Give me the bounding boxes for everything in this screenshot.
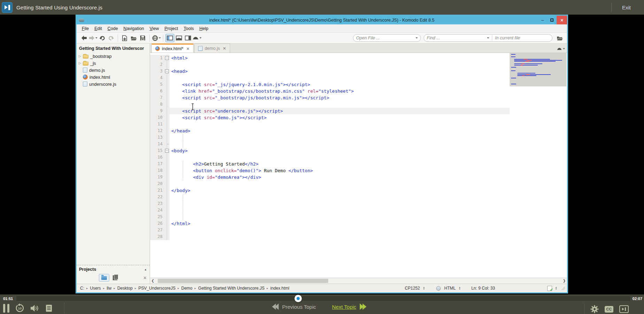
maximize-button[interactable] [547, 16, 557, 24]
forward-button[interactable] [88, 34, 97, 42]
volume-button[interactable] [30, 304, 39, 312]
toggle-left-pane-button[interactable] [165, 34, 174, 42]
seek-bar[interactable] [16, 296, 630, 301]
code-line-13[interactable]: 13 [150, 134, 510, 141]
settings-gear-icon[interactable] [590, 305, 599, 313]
scroll-left-arrow[interactable]: ❮ [150, 278, 156, 284]
code-line-8[interactable]: 8 [150, 101, 510, 108]
undo-button[interactable] [97, 34, 107, 42]
new-file-button[interactable] [120, 34, 129, 42]
preview-in-browser-button[interactable] [152, 34, 161, 42]
code-line-5[interactable]: 5 <script src="_js/jquery-2.1.0.min.js">… [150, 81, 510, 88]
fold-marker[interactable]: – [165, 56, 169, 60]
breadcrumb-item[interactable]: llw [107, 286, 111, 291]
code-line-22[interactable]: 22 [150, 194, 510, 200]
minimize-button[interactable]: – [538, 16, 547, 24]
tab-index-html[interactable]: index.html* ✕ [151, 44, 194, 53]
toggle-bottom-pane-button[interactable] [174, 34, 183, 42]
code-line-9[interactable]: 9 <script src="underscore.js"></script> [150, 108, 510, 114]
code-line-28[interactable]: 28 [150, 233, 510, 240]
code-line-26[interactable]: 26</html> [150, 220, 510, 227]
breadcrumb-item[interactable]: PSV_UnderscoreJS [139, 286, 176, 291]
breadcrumb-item[interactable]: Desktop [117, 286, 133, 291]
code-line-25[interactable]: 25 [150, 214, 510, 220]
menu-file[interactable]: File [79, 25, 91, 32]
editor-pane[interactable]: 1–<html>23–<head>45 <script src="_js/jqu… [150, 53, 567, 278]
rewind-10-button[interactable]: 10 [15, 303, 25, 313]
code-line-3[interactable]: 3–<head> [150, 68, 510, 75]
code-line-23[interactable]: 23 [150, 200, 510, 207]
code-line-19[interactable]: 19 <div id="demoArea"></div> [150, 174, 510, 181]
menu-code[interactable]: Code [105, 25, 120, 32]
code-line-18[interactable]: 18 <button onclick="demo()"> Run Demo </… [150, 167, 510, 174]
window-title-bar[interactable]: index.html* (C:\Users\llw\Desktop\PSV_Un… [77, 16, 567, 24]
code-line-4[interactable]: 4 [150, 75, 510, 81]
browse-folder-button[interactable] [555, 34, 564, 42]
chevron-down-icon[interactable] [416, 37, 418, 39]
tree-item-demo-js[interactable]: demo.js [77, 67, 150, 74]
find-combobox[interactable]: Find ... In current file [424, 34, 552, 42]
code-line-7[interactable]: 7 <script src="_bootstrap/js/bootstrap.m… [150, 94, 510, 101]
floating-widgets-icon[interactable] [557, 47, 562, 51]
chevron-down-icon[interactable] [487, 37, 489, 39]
floating-widgets-button[interactable] [193, 34, 202, 42]
collapse-projects-icon[interactable]: ▲ [144, 268, 147, 271]
closed-captions-button[interactable]: CC [605, 306, 613, 313]
pause-button[interactable] [3, 304, 9, 313]
close-tab-icon[interactable]: ✕ [223, 46, 226, 51]
menu-project[interactable]: Project [162, 25, 181, 32]
breadcrumb-item[interactable]: Demo [181, 286, 193, 291]
breadcrumb-item[interactable]: index.html [270, 286, 290, 291]
code-line-21[interactable]: 21</body> [150, 187, 510, 194]
code-line-16[interactable]: 16 [150, 154, 510, 161]
redo-button[interactable] [107, 34, 116, 42]
encoding-indicator[interactable]: CP1252 [405, 286, 420, 291]
tree-item-_js[interactable]: ▷_js [77, 60, 150, 67]
code-line-20[interactable]: 20 [150, 181, 510, 187]
toggle-right-pane-button[interactable] [183, 34, 193, 42]
code-line-24[interactable]: 24 [150, 207, 510, 214]
fold-marker[interactable]: – [165, 69, 169, 73]
menu-edit[interactable]: Edit [92, 25, 104, 32]
language-indicator[interactable]: HTML [444, 286, 456, 291]
close-tab-icon[interactable]: ✕ [186, 46, 190, 51]
code-line-12[interactable]: 12</head> [150, 128, 510, 134]
back-button[interactable] [79, 34, 88, 42]
sync-status-icon[interactable] [547, 286, 552, 291]
tree-item-index-html[interactable]: index.html [77, 74, 150, 81]
projects-list-icon[interactable] [113, 275, 117, 280]
open-file-button[interactable] [129, 34, 138, 42]
toggle-panel-button[interactable] [619, 305, 629, 313]
code-line-15[interactable]: 15–<body> [150, 147, 510, 154]
menu-help[interactable]: Help [197, 25, 211, 32]
find-scope-field[interactable]: In current file [492, 35, 523, 41]
playhead-handle[interactable] [294, 295, 302, 302]
sync-spinner[interactable]: ▴▾ [556, 286, 557, 290]
menu-navigation[interactable]: Navigation [121, 25, 147, 32]
save-button[interactable] [138, 34, 147, 42]
transcript-button[interactable] [45, 304, 53, 312]
code-line-2[interactable]: 2 [150, 61, 510, 68]
code-line-11[interactable]: 11 [150, 121, 510, 128]
projects-folder-button[interactable] [99, 274, 109, 282]
exit-button[interactable]: Exit [622, 5, 631, 10]
code-area[interactable]: 1–<html>23–<head>45 <script src="_js/jqu… [150, 53, 510, 278]
code-line-6[interactable]: 6 <link href="_bootstrap/css/bootstrap.m… [150, 88, 510, 94]
code-line-17[interactable]: 17 <h2>Getting Started</h2> [150, 161, 510, 167]
code-line-1[interactable]: 1–<html> [150, 55, 510, 61]
breadcrumb-item[interactable]: Users [90, 286, 101, 291]
close-button[interactable]: × [557, 16, 567, 24]
resize-grip[interactable] [561, 286, 565, 290]
code-line-10[interactable]: 10 <script src="demo.js"></script> [150, 114, 510, 121]
horizontal-scrollbar[interactable]: ❮ ❯ [150, 278, 567, 284]
encoding-spinner[interactable]: ▴▾ [423, 286, 424, 290]
open-file-combobox[interactable]: Open File ... [353, 34, 421, 42]
previous-topic-button[interactable]: Previous Topic [273, 304, 316, 310]
breadcrumb-item[interactable]: Getting Started With Underscore.JS [198, 286, 265, 291]
code-minimap[interactable] [510, 53, 566, 86]
code-line-27[interactable]: 27 [150, 227, 510, 233]
tree-item-_bootstrap[interactable]: ▷_bootstrap [77, 53, 150, 60]
language-spinner[interactable]: ▴▾ [459, 286, 460, 290]
menu-tools[interactable]: Tools [181, 25, 196, 32]
scroll-right-arrow[interactable]: ❯ [561, 278, 567, 284]
